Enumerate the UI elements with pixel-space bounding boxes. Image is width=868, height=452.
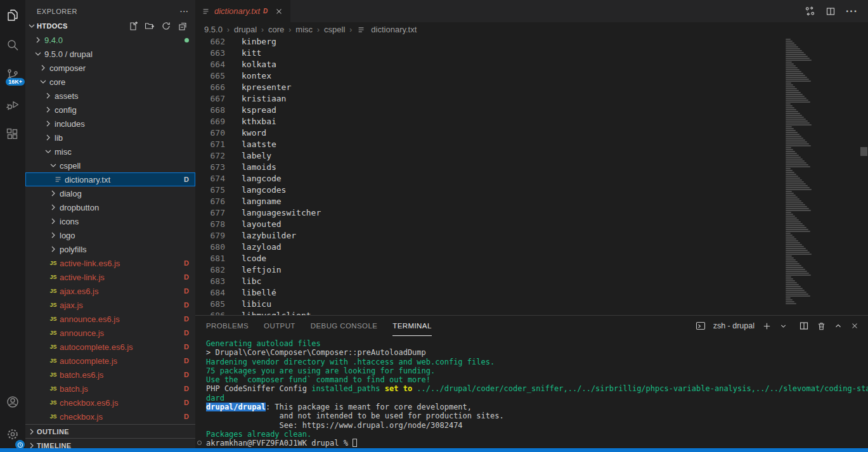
new-terminal-icon[interactable] — [762, 321, 772, 331]
line-number: 672 — [195, 151, 225, 162]
editor-scrollbar-thumb[interactable] — [860, 147, 867, 156]
breadcrumb-item[interactable]: drupal — [234, 25, 257, 34]
code-line[interactable]: 676langname — [195, 197, 868, 208]
command-decoration-circle — [197, 441, 202, 445]
terminal-session-label[interactable]: zsh - drupal — [713, 321, 755, 330]
terminal-dropdown-icon[interactable] — [779, 322, 787, 330]
split-terminal-icon[interactable] — [799, 321, 809, 331]
breadcrumb-item[interactable]: misc — [295, 25, 313, 34]
code-line[interactable]: 686libmysqlclient — [195, 311, 868, 315]
code-line[interactable]: 677languageswitcher — [195, 208, 868, 219]
code-line[interactable]: 667kristiaan — [195, 94, 868, 105]
refresh-icon[interactable] — [161, 21, 171, 31]
tree-item-assets[interactable]: assets — [25, 89, 195, 103]
code-line[interactable]: 681lcode — [195, 254, 868, 265]
activity-search-button[interactable] — [0, 30, 25, 60]
tree-item-batch.es6.js[interactable]: JSbatch.es6.jsD — [25, 368, 195, 382]
tree-item-checkbox.es6.js[interactable]: JScheckbox.es6.jsD — [25, 396, 195, 410]
tree-item-core[interactable]: core — [25, 75, 195, 89]
activity-source-control-button[interactable]: 16K+ — [0, 60, 25, 89]
activity-explorer-button[interactable] — [0, 0, 25, 30]
maximize-panel-icon[interactable] — [834, 321, 843, 330]
tree-item-config[interactable]: config — [25, 103, 195, 117]
close-icon[interactable] — [275, 7, 283, 16]
panel-tab-problems[interactable]: PROBLEMS — [206, 316, 249, 336]
tree-item-autocomplete.es6.js[interactable]: JSautocomplete.es6.jsD — [25, 340, 195, 354]
code-line[interactable]: 680lazyload — [195, 242, 868, 254]
tree-item-announce.js[interactable]: JSannounce.jsD — [25, 326, 195, 340]
tree-item-active-link.es6.js[interactable]: JSactive-link.es6.jsD — [25, 256, 195, 270]
activity-account-button[interactable] — [0, 387, 25, 416]
more-actions-icon[interactable]: ··· — [846, 6, 858, 17]
status-bar[interactable] — [0, 448, 868, 452]
tree-item-ajax.js[interactable]: JSajax.jsD — [25, 298, 195, 312]
terminal-text: dard — [206, 394, 224, 403]
code-line[interactable]: 678layouted — [195, 219, 868, 231]
tree-item-dictionary.txt[interactable]: dictionary.txtD — [25, 172, 195, 186]
tree-item-lib[interactable]: lib — [25, 131, 195, 145]
minimap[interactable] — [786, 39, 817, 305]
split-editor-icon[interactable] — [826, 6, 836, 16]
section-header-htdocs[interactable]: HTDOCS — [25, 19, 195, 33]
outline-section[interactable]: OUTLINE — [25, 424, 195, 438]
tree-item-cspell[interactable]: cspell — [25, 158, 195, 172]
line-number: 686 — [195, 311, 225, 315]
tree-item-9.5.0-drupal[interactable]: 9.5.0 / drupal — [25, 47, 195, 61]
tree-item-label: 9.5.0 / drupal — [44, 49, 189, 59]
code-line[interactable]: 664kolkata — [195, 60, 868, 71]
close-panel-icon[interactable] — [850, 321, 859, 330]
tree-item-announce.es6.js[interactable]: JSannounce.es6.jsD — [25, 312, 195, 326]
panel-tab-output[interactable]: OUTPUT — [264, 316, 295, 336]
code-line[interactable]: 683libc — [195, 276, 868, 288]
activity-extensions-button[interactable] — [0, 119, 25, 149]
tree-item-polyfills[interactable]: polyfills — [25, 242, 195, 256]
code-line[interactable]: 665kontex — [195, 71, 868, 82]
breadcrumb-item[interactable]: cspell — [324, 25, 345, 34]
code-line[interactable]: 671laatste — [195, 139, 868, 151]
code-line[interactable]: 682leftjoin — [195, 265, 868, 276]
tree-item-dropbutton[interactable]: dropbutton — [25, 200, 195, 214]
activity-run-debug-button[interactable] — [0, 89, 25, 119]
tree-item-ajax.es6.js[interactable]: JSajax.es6.jsD — [25, 284, 195, 298]
code-line[interactable]: 666kpresenter — [195, 82, 868, 94]
activity-settings-button[interactable] — [0, 416, 25, 452]
code-line[interactable]: 662kinberg — [195, 37, 868, 48]
tree-item-icons[interactable]: icons — [25, 214, 195, 228]
code-line[interactable]: 669kthxbai — [195, 117, 868, 128]
editor-pane[interactable]: 662kinberg663kitt664kolkata665kontex666k… — [195, 37, 868, 315]
terminal-line: drupal/drupal: This package is meant for… — [206, 403, 868, 411]
tree-item-composer[interactable]: composer — [25, 61, 195, 75]
code-line[interactable]: 673lamoids — [195, 162, 868, 174]
code-line[interactable]: 685libicu — [195, 299, 868, 311]
code-line[interactable]: 663kitt — [195, 48, 868, 60]
kill-terminal-icon[interactable] — [817, 321, 826, 331]
tree-item-misc[interactable]: misc — [25, 145, 195, 158]
breadcrumb-item[interactable]: dictionary.txt — [371, 25, 417, 34]
code-line[interactable]: 672labely — [195, 151, 868, 162]
tree-item-includes[interactable]: includes — [25, 117, 195, 131]
tree-item-dialog[interactable]: dialog — [25, 186, 195, 200]
tree-item-batch.js[interactable]: JSbatch.jsD — [25, 382, 195, 396]
tree-item-logo[interactable]: logo — [25, 228, 195, 242]
tree-item-active-link.js[interactable]: JSactive-link.jsD — [25, 270, 195, 284]
code-line[interactable]: 684libellé — [195, 288, 868, 299]
panel-tab-terminal[interactable]: TERMINAL — [392, 316, 431, 336]
code-line[interactable]: 675langcodes — [195, 185, 868, 197]
code-line[interactable]: 668kspread — [195, 105, 868, 117]
panel-tab-debug-console[interactable]: DEBUG CONSOLE — [311, 316, 378, 336]
terminal-output[interactable]: Generating autoload files> Drupal\Core\C… — [195, 336, 868, 452]
new-file-icon[interactable] — [128, 21, 138, 31]
code-line[interactable]: 679lazybuilder — [195, 231, 868, 242]
tree-item-9.4.0[interactable]: 9.4.0 — [25, 33, 195, 47]
sidebar-more-icon[interactable]: ··· — [180, 8, 189, 15]
tab-dictionary-txt[interactable]: dictionary.txt D — [195, 0, 290, 22]
new-folder-icon[interactable] — [145, 21, 155, 31]
tree-item-checkbox.js[interactable]: JScheckbox.jsD — [25, 410, 195, 423]
tree-item-autocomplete.js[interactable]: JSautocomplete.jsD — [25, 354, 195, 368]
open-changes-icon[interactable] — [805, 6, 815, 16]
breadcrumb-item[interactable]: core — [268, 25, 284, 34]
collapse-all-icon[interactable] — [178, 21, 188, 31]
code-line[interactable]: 674langcode — [195, 174, 868, 185]
code-line[interactable]: 670kword — [195, 128, 868, 139]
breadcrumb-item[interactable]: 9.5.0 — [204, 25, 223, 34]
